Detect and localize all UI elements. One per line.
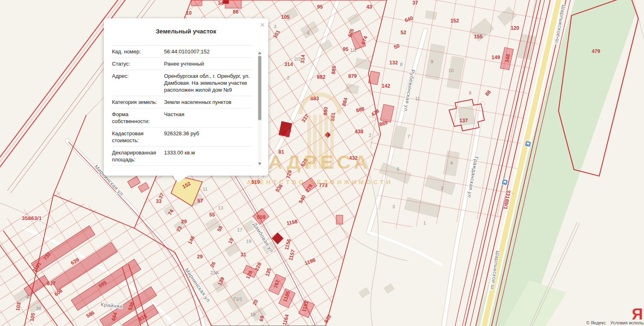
building-label: 38 bbox=[36, 306, 42, 311]
bus-stop-icon[interactable] bbox=[525, 141, 531, 147]
parcel-label: 31 bbox=[241, 252, 246, 258]
popup-body: Кад. номер: 56:44:0101007:152 Статус: Ра… bbox=[112, 45, 252, 170]
building-label: 4 bbox=[450, 161, 453, 165]
field-row: Статус: Ранее учтенный bbox=[112, 58, 252, 70]
building-label: 23А bbox=[210, 270, 219, 275]
building-label: 3 bbox=[274, 24, 276, 29]
building-label: 11 bbox=[415, 96, 420, 101]
scrollbar-thumb[interactable] bbox=[258, 56, 261, 120]
parcel-label: 314 bbox=[285, 62, 293, 67]
parcel-label: 155 bbox=[474, 34, 483, 40]
building-label: 11 bbox=[203, 187, 208, 192]
field-label: Статус: bbox=[112, 60, 164, 67]
cadastral-map-screen: Мирнинская ул.Мирнинская ул.Дамбовая ул.… bbox=[0, 0, 644, 326]
field-row: Декларированная площадь: 1333.00 кв.м bbox=[112, 147, 252, 166]
popup-scrollbar[interactable] bbox=[258, 49, 262, 167]
building-label: 4 bbox=[307, 31, 310, 35]
parcel-label: 880 bbox=[322, 107, 329, 116]
field-row: Категория земель: Земли населенных пункт… bbox=[112, 96, 252, 108]
building-label: 2/2 bbox=[294, 57, 301, 62]
popup-title: Земельный участок bbox=[104, 28, 268, 35]
watermark-subtitle: АГЕНТСТВО НЕДВИЖИМОСТИ bbox=[247, 178, 393, 185]
parcel-label: 34 bbox=[218, 0, 223, 6]
map-canvas[interactable]: Мирнинская ул.Мирнинская ул.Дамбовая ул.… bbox=[0, 0, 644, 326]
building-label: 19 bbox=[246, 239, 252, 244]
parcel-label: 29 bbox=[197, 254, 203, 260]
building-label: 7 bbox=[407, 134, 410, 139]
parcel-label: 10 bbox=[186, 10, 192, 16]
building-label: 13 bbox=[218, 205, 223, 210]
building-label: 2 bbox=[441, 186, 443, 191]
popup-pointer bbox=[173, 175, 188, 183]
field-row: Кадастровая стоимость: 926328.36 руб bbox=[112, 128, 252, 147]
parcel-label: 142 bbox=[382, 83, 390, 89]
parcel-label: 137 bbox=[460, 118, 468, 123]
parcel-label: 152 bbox=[451, 18, 459, 24]
parcel-label: 33 bbox=[156, 198, 162, 204]
building-label: 1/1 bbox=[350, 48, 357, 53]
parcel-label: 537 bbox=[47, 281, 56, 286]
field-label: Форма собственности: bbox=[112, 111, 164, 125]
parcel-label: 559 bbox=[257, 214, 266, 220]
field-value: Частная bbox=[164, 111, 252, 125]
parcel-label: 882 bbox=[317, 74, 326, 80]
parcel-label: 52 bbox=[401, 30, 406, 35]
parcel-label: 885 bbox=[331, 66, 337, 75]
bus-stop-icon[interactable] bbox=[502, 179, 508, 185]
parcel-label: 55 bbox=[209, 212, 215, 218]
building-label: 3 bbox=[392, 204, 395, 209]
field-row: Форма собственности: Частная bbox=[112, 108, 252, 128]
parcel-label: 57 bbox=[197, 198, 203, 204]
field-label: Кад. номер: bbox=[112, 48, 164, 55]
field-value: Оренбургская обл., г. Оренбург, ул. Дамб… bbox=[164, 73, 252, 93]
parcel-label: 479 bbox=[592, 48, 600, 54]
building-label: 1 bbox=[423, 220, 426, 225]
parcel-label: 43 bbox=[366, 4, 372, 10]
building-label: 17 bbox=[237, 227, 243, 232]
building-label: 2 bbox=[369, 133, 371, 138]
building-label: 19 bbox=[250, 312, 256, 317]
copyright-text: © Яндекс bbox=[586, 320, 606, 325]
parcel-label: 37 bbox=[412, 0, 418, 6]
building-label: 2 bbox=[287, 75, 289, 80]
terms-link[interactable]: Условия использ bbox=[610, 320, 644, 325]
parcel-label: 95 bbox=[317, 4, 323, 10]
watermark-brand: АДРЕСА bbox=[269, 151, 372, 173]
parcel-label: 438 bbox=[355, 129, 364, 134]
building-label: 40 bbox=[26, 295, 31, 300]
field-label: Кадастровая стоимость: bbox=[112, 130, 164, 144]
field-label: Адрес: bbox=[112, 73, 164, 93]
building-label: 8 bbox=[469, 90, 471, 95]
building-label: 10 bbox=[449, 68, 454, 73]
parcel-label: 29 bbox=[181, 219, 187, 225]
parcel-label: 120 bbox=[511, 25, 519, 31]
field-value: Ранее учтенный bbox=[164, 60, 252, 67]
building-label: 8 bbox=[400, 62, 403, 67]
scroll-up-icon[interactable] bbox=[258, 50, 261, 54]
field-value: Земли населенных пунктов bbox=[164, 99, 252, 106]
road-number-label: 35863/1 bbox=[22, 215, 42, 221]
field-value: 56:44:0101007:152 bbox=[164, 48, 252, 55]
field-row: Адрес: Оренбургская обл., г. Оренбург, у… bbox=[112, 70, 252, 96]
parcel-label: 86 bbox=[233, 9, 239, 15]
field-label: Декларированная площадь: bbox=[112, 149, 164, 163]
building-label: 71/1 bbox=[233, 297, 242, 302]
parcel-label: 879 bbox=[348, 73, 357, 79]
parcel-label: 105 bbox=[281, 14, 290, 20]
field-value: 926328.36 руб bbox=[164, 130, 252, 144]
field-row: Кад. номер: 56:44:0101007:152 bbox=[112, 45, 252, 58]
map-attribution: © Яндекс Условия использ bbox=[586, 320, 644, 325]
parcel-info-popup: × Земельный участок Кад. номер: 56:44:01… bbox=[104, 18, 268, 176]
building-label: 9 bbox=[431, 59, 433, 64]
field-label: Категория земель: bbox=[112, 99, 164, 106]
close-icon[interactable]: × bbox=[260, 21, 265, 29]
field-value: 1333.00 кв.м bbox=[164, 149, 252, 163]
building-label: 5 bbox=[397, 167, 399, 172]
parcel-label: 149 bbox=[492, 55, 500, 60]
parcel-label: 132 bbox=[390, 60, 398, 66]
parcel-label: 95 bbox=[343, 46, 348, 52]
scroll-down-icon[interactable] bbox=[258, 163, 261, 167]
